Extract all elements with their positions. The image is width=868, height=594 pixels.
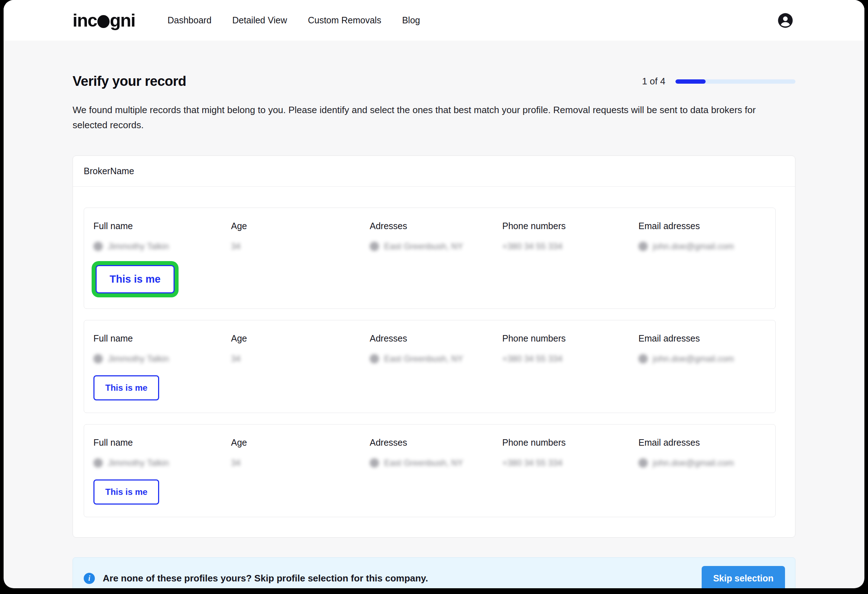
column-header-age: Age	[231, 438, 370, 448]
person-icon	[93, 354, 103, 363]
logo-text-post: gni	[110, 10, 135, 31]
column-addresses: Adresses East Greenbush, NY	[370, 438, 502, 468]
skip-selection-button[interactable]: Skip selection	[702, 566, 785, 588]
column-header-phone-numbers: Phone numbers	[502, 221, 638, 231]
record-email-value: john.doe@gmail.com	[638, 354, 775, 364]
column-header-email-addresses: Email adresses	[638, 438, 775, 448]
column-header-phone-numbers: Phone numbers	[502, 333, 638, 344]
nav-item-detailed-view[interactable]: Detailed View	[232, 15, 287, 25]
column-header-age: Age	[231, 221, 370, 231]
full-name-text: Jimmothy Talkin	[108, 354, 169, 364]
email-text: john.doe@gmail.com	[653, 241, 734, 251]
phone-text: +380 34 55 334	[502, 241, 562, 251]
column-email-addresses: Email adresses john.doe@gmail.com	[638, 221, 775, 251]
broker-name: BrokerName	[73, 156, 795, 187]
address-text: East Greenbush, NY	[384, 458, 463, 468]
record-full-name-value: Jimmothy Talkin	[93, 241, 231, 251]
column-header-full-name: Full name	[93, 333, 231, 344]
column-header-age: Age	[231, 333, 370, 344]
record-card: Full name Jimmothy Talkin Age 34 Adresse…	[84, 320, 776, 413]
phone-text: +380 34 55 334	[502, 354, 562, 364]
location-icon	[370, 242, 379, 251]
progress-wrap: 1 of 4	[642, 76, 796, 87]
user-avatar-icon[interactable]	[777, 12, 794, 29]
column-full-name: Full name Jimmothy Talkin	[93, 221, 231, 251]
column-addresses: Adresses East Greenbush, NY	[370, 221, 502, 251]
broker-card: BrokerName Full name Jimmothy Talkin Age…	[72, 156, 796, 538]
broker-records: Full name Jimmothy Talkin Age 34 Adresse…	[73, 187, 795, 537]
record-email-value: john.doe@gmail.com	[638, 458, 775, 468]
record-card: Full name Jimmothy Talkin Age 34 Adresse…	[84, 208, 776, 309]
record-address-value: East Greenbush, NY	[370, 354, 502, 364]
record-phone-value: +380 34 55 334	[502, 354, 638, 364]
phone-text: +380 34 55 334	[502, 458, 562, 468]
column-phone-numbers: Phone numbers +380 34 55 334	[502, 333, 638, 364]
record-phone-value: +380 34 55 334	[502, 241, 638, 251]
column-phone-numbers: Phone numbers +380 34 55 334	[502, 221, 638, 251]
nav-item-blog[interactable]: Blog	[402, 15, 420, 25]
column-header-email-addresses: Email adresses	[638, 221, 775, 231]
record-age-value: 34	[231, 354, 370, 364]
heading-row: Verify your record 1 of 4	[72, 74, 796, 89]
location-icon	[370, 458, 379, 467]
progress-bar-fill	[675, 80, 706, 84]
full-name-text: Jimmothy Talkin	[108, 241, 169, 251]
person-icon	[93, 458, 103, 467]
skip-info-text: Are none of these profiles yours? Skip p…	[103, 573, 428, 584]
age-text: 34	[231, 458, 241, 468]
email-icon	[638, 458, 648, 467]
address-text: East Greenbush, NY	[384, 241, 463, 251]
column-full-name: Full name Jimmothy Talkin	[93, 333, 231, 364]
record-columns: Full name Jimmothy Talkin Age 34 Adresse…	[93, 221, 775, 251]
record-full-name-value: Jimmothy Talkin	[93, 354, 231, 364]
record-phone-value: +380 34 55 334	[502, 458, 638, 468]
column-header-phone-numbers: Phone numbers	[502, 438, 638, 448]
progress-label: 1 of 4	[642, 76, 665, 87]
record-address-value: East Greenbush, NY	[370, 458, 502, 468]
record-full-name-value: Jimmothy Talkin	[93, 458, 231, 468]
age-text: 34	[231, 354, 241, 364]
page-title: Verify your record	[72, 74, 186, 89]
column-full-name: Full name Jimmothy Talkin	[93, 438, 231, 468]
column-header-addresses: Adresses	[370, 333, 502, 344]
nav-item-dashboard[interactable]: Dashboard	[167, 15, 211, 25]
column-email-addresses: Email adresses john.doe@gmail.com	[638, 333, 775, 364]
record-age-value: 34	[231, 458, 370, 468]
nav-item-custom-removals[interactable]: Custom Removals	[308, 15, 381, 25]
skip-info-bar: i Are none of these profiles yours? Skip…	[72, 557, 796, 588]
record-address-value: East Greenbush, NY	[370, 241, 502, 251]
record-columns: Full name Jimmothy Talkin Age 34 Adresse…	[93, 438, 775, 468]
column-header-addresses: Adresses	[370, 438, 502, 448]
record-age-value: 34	[231, 241, 370, 251]
email-text: john.doe@gmail.com	[653, 354, 734, 364]
column-header-full-name: Full name	[93, 221, 231, 231]
full-name-text: Jimmothy Talkin	[108, 458, 169, 468]
column-age: Age 34	[231, 438, 370, 468]
column-header-email-addresses: Email adresses	[638, 333, 775, 344]
email-icon	[638, 242, 648, 251]
column-age: Age 34	[231, 333, 370, 364]
incogni-logo[interactable]: incgni	[72, 10, 135, 31]
top-nav: incgni Dashboard Detailed View Custom Re…	[4, 0, 864, 41]
person-icon	[93, 242, 103, 251]
app-window: incgni Dashboard Detailed View Custom Re…	[4, 0, 864, 588]
location-icon	[370, 354, 379, 363]
email-icon	[638, 354, 648, 363]
column-header-addresses: Adresses	[370, 221, 502, 231]
age-text: 34	[231, 241, 241, 251]
main-content: Verify your record 1 of 4 We found multi…	[4, 74, 864, 588]
address-text: East Greenbush, NY	[384, 354, 463, 364]
progress-bar	[675, 80, 796, 84]
nav-links: Dashboard Detailed View Custom Removals …	[167, 15, 420, 25]
page-description: We found multiple records that might bel…	[72, 103, 784, 133]
this-is-me-button[interactable]: This is me	[93, 479, 159, 504]
email-text: john.doe@gmail.com	[653, 458, 734, 468]
column-email-addresses: Email adresses john.doe@gmail.com	[638, 438, 775, 468]
column-addresses: Adresses East Greenbush, NY	[370, 333, 502, 364]
this-is-me-button[interactable]: This is me	[93, 375, 159, 401]
record-columns: Full name Jimmothy Talkin Age 34 Adresse…	[93, 333, 775, 364]
record-card: Full name Jimmothy Talkin Age 34 Adresse…	[84, 424, 776, 517]
column-phone-numbers: Phone numbers +380 34 55 334	[502, 438, 638, 468]
this-is-me-button-highlighted[interactable]: This is me	[96, 265, 174, 293]
logo-text-pre: inc	[72, 10, 97, 31]
